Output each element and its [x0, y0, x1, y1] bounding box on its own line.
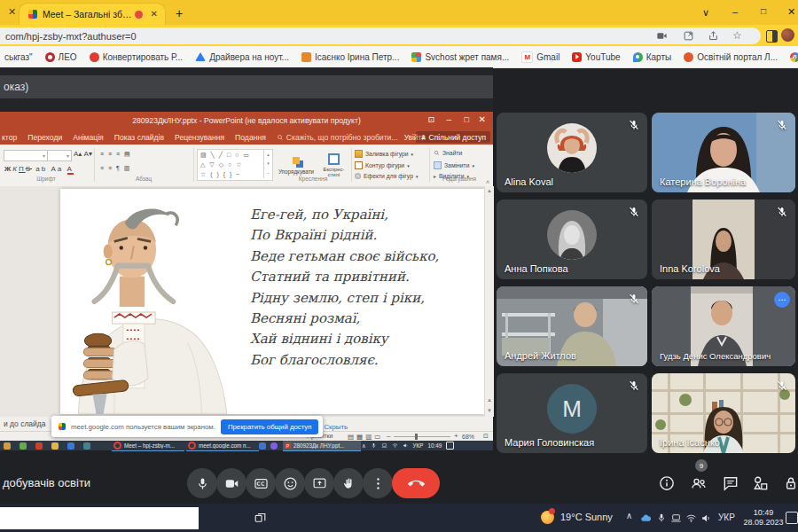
raise-hand-button[interactable] — [333, 468, 364, 498]
taskbar-search-input[interactable] — [0, 507, 199, 529]
tab-review[interactable]: Рецензування — [175, 133, 224, 142]
presenter-app-icon[interactable] — [4, 442, 11, 450]
participant-tile[interactable]: Alina Koval — [497, 113, 647, 192]
mic-tray-icon[interactable] — [656, 512, 667, 523]
meeting-details-button[interactable] — [656, 473, 677, 494]
shape-outline-button[interactable]: Контур фігури▾ — [355, 161, 410, 169]
tab-close-icon[interactable]: ✕ — [151, 9, 158, 19]
wifi-tray-icon[interactable] — [685, 512, 697, 524]
slide-scrollbar[interactable]: ▲ ▲ ▼ — [484, 186, 494, 417]
bookmark-item[interactable]: Драйвера на ноут... — [195, 52, 289, 62]
bookmark-item[interactable]: MGmail — [521, 51, 559, 63]
host-controls-button[interactable] — [780, 473, 798, 494]
bookmark-item[interactable]: Конвертировать Р... — [90, 52, 184, 62]
presenter-viber-icon[interactable] — [270, 442, 278, 450]
bookmark-item[interactable]: ЛЕО — [45, 52, 77, 62]
presenter-app-icon[interactable] — [51, 442, 59, 450]
presenter-app-icon[interactable] — [67, 442, 74, 450]
speaker-icon[interactable] — [403, 442, 409, 449]
wifi-icon[interactable] — [392, 442, 398, 449]
clock[interactable]: 10:49 28.09.2023 — [739, 508, 788, 528]
microphone-button[interactable] — [187, 468, 217, 498]
participant-tile[interactable]: Андрей Житлов — [497, 286, 647, 366]
bookmark-item[interactable]: Ісаєнко Ірина Петр... — [301, 52, 399, 62]
shapes-scroll[interactable]: ▴▾⌄ — [263, 150, 272, 178]
tab-transitions[interactable]: Переходи — [27, 133, 62, 142]
presenter-app-icon[interactable] — [83, 442, 90, 450]
participant-tile[interactable]: Анна Попкова — [497, 200, 647, 279]
active-tab[interactable]: Meet – Загальні збори здо ✕ — [20, 4, 165, 25]
tab-slideshow[interactable]: Показ слайдів — [114, 133, 164, 142]
replace-button[interactable]: Замінити▾ — [434, 161, 474, 169]
window-minimize-icon[interactable]: – — [732, 6, 738, 17]
captions-button[interactable] — [246, 468, 276, 498]
pp-minimize-icon[interactable]: – — [446, 114, 451, 124]
font-name-combo[interactable]: ▾ — [4, 150, 48, 161]
previous-tab-close-icon[interactable]: ✕ — [8, 6, 16, 18]
reactions-button[interactable] — [275, 468, 305, 498]
speaker-tray-icon[interactable] — [700, 512, 712, 524]
zoom-slider-track[interactable] — [394, 436, 450, 437]
view-mode-icons[interactable]: ▤▦▥▭ — [348, 433, 383, 441]
shape-fill-button[interactable]: Заливка фігури▾ — [355, 150, 413, 158]
grow-shrink-font-icons[interactable]: А▴ А▾ — [74, 150, 92, 158]
scroll-up-icon[interactable]: ▲ — [485, 188, 494, 193]
hide-toast-link[interactable]: Скрыть — [324, 423, 348, 431]
window-maximize-icon[interactable]: □ — [761, 6, 766, 16]
next-slide-icon[interactable]: ▼ — [485, 408, 494, 413]
zoom-slider-thumb[interactable] — [415, 434, 418, 440]
fit-to-window-icon[interactable]: ⊡ — [483, 433, 489, 440]
tab-search-chevron-icon[interactable]: ∨ — [702, 7, 709, 19]
onedrive-cloud-icon[interactable] — [640, 512, 652, 524]
presenter-task-meet2[interactable]: meet.google.com п... — [186, 441, 259, 451]
activities-button[interactable] — [750, 473, 771, 494]
find-button[interactable]: Знайти — [434, 150, 462, 156]
present-button[interactable] — [304, 468, 334, 498]
laptop-tray-icon[interactable] — [670, 512, 682, 524]
bookmark-item[interactable]: ськгаз" — [4, 52, 33, 62]
participants-button[interactable] — [688, 473, 709, 494]
list-icons[interactable]: ≡ ≡ ≡ ▤ — [100, 151, 131, 158]
tray-expand-icon[interactable]: ∧ — [362, 442, 366, 449]
camera-in-use-icon[interactable] — [656, 30, 668, 42]
presenter-app-icon[interactable] — [259, 442, 266, 450]
tell-me-box[interactable]: Скажіть, що потрібно зробити... — [277, 133, 398, 142]
presenter-app-icon[interactable] — [35, 442, 43, 450]
bookmarks-overflow-icon[interactable]: » — [793, 51, 798, 62]
zoom-in-icon[interactable]: + — [454, 432, 458, 440]
tab-design[interactable]: ктор — [2, 133, 17, 142]
action-center-icon[interactable] — [786, 512, 798, 524]
language-indicator[interactable]: УКР — [718, 512, 735, 522]
window-close-icon[interactable]: ✕ — [787, 6, 795, 18]
font-size-combo[interactable]: ▾ — [47, 150, 72, 161]
bookmark-item[interactable]: Svchost жрет памя... — [411, 52, 509, 62]
profile-avatar[interactable] — [781, 28, 794, 42]
bookmark-star-icon[interactable]: ☆ — [732, 29, 742, 42]
presenter-task-powerpoint[interactable]: P 280923Дк ЛНУ.ppt... — [283, 441, 361, 451]
end-call-button[interactable] — [392, 468, 440, 498]
share-button[interactable]: Спільний доступ — [416, 131, 490, 143]
more-options-button[interactable] — [363, 468, 393, 498]
participant-tile[interactable]: Inna Korolova — [652, 200, 795, 279]
ribbon-options-icon[interactable]: ⊡ — [427, 115, 434, 124]
participant-tile[interactable]: Ірина Ісаєнко — [652, 373, 795, 453]
zoom-out-icon[interactable]: – — [387, 432, 390, 440]
open-in-window-icon[interactable] — [683, 30, 694, 42]
presenter-task-meet[interactable]: Meet – hpj-zsby-m... — [112, 441, 184, 451]
tab-view[interactable]: Подання — [235, 133, 266, 142]
collapse-ribbon-icon[interactable]: ˄ — [486, 179, 489, 185]
previous-slide-icon[interactable]: ▲ — [485, 397, 494, 403]
task-view-icon[interactable] — [254, 512, 267, 525]
bookmark-item[interactable]: Карты — [633, 52, 672, 62]
new-tab-icon[interactable]: + — [176, 6, 183, 20]
stop-sharing-button[interactable]: Прекратить общий доступ — [221, 419, 319, 434]
side-panel-icon[interactable] — [766, 30, 778, 43]
tile-options-button[interactable]: ⋯ — [774, 292, 790, 308]
presenter-app-icon[interactable] — [20, 442, 27, 450]
presenter-clock[interactable]: 10:49 — [427, 442, 442, 449]
pp-close-icon[interactable]: ✕ — [479, 114, 486, 124]
share-page-icon[interactable] — [708, 30, 719, 42]
participant-tile[interactable]: Катерина Вороніна — [652, 113, 795, 192]
tab-animations[interactable]: Анімація — [73, 133, 104, 142]
presenter-language[interactable]: УКР — [413, 442, 424, 449]
